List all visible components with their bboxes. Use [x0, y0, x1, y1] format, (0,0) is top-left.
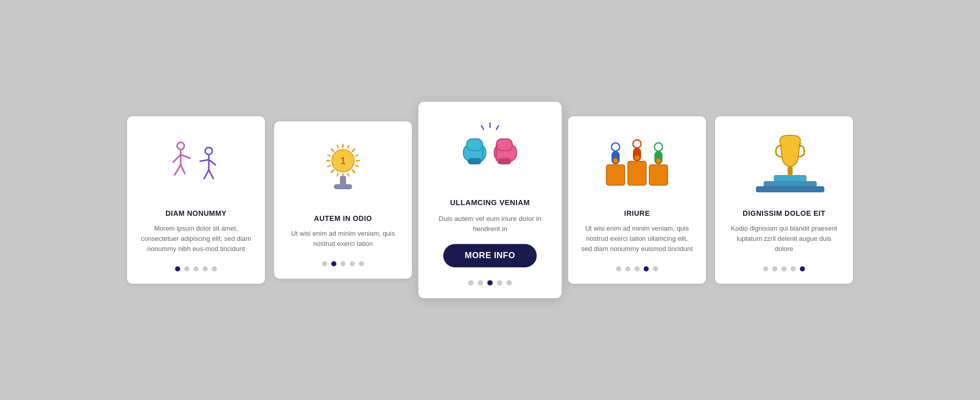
svg-rect-41 — [498, 158, 511, 164]
card-4-dots — [616, 266, 658, 271]
card-2-icon: 1 — [310, 137, 376, 203]
card-2-title: AUTEM IN ODIO — [314, 214, 372, 222]
card-5-title: DIGNISSIM DOLOE EIT — [743, 209, 825, 217]
svg-point-0 — [177, 142, 184, 149]
dot — [763, 266, 768, 271]
card-2-dots — [322, 261, 364, 266]
svg-point-52 — [654, 143, 663, 151]
card-2-text: Ut wisi enim ad minim veniam, quis nostr… — [286, 229, 400, 249]
svg-line-21 — [356, 155, 359, 156]
card-4-title: IRIURE — [624, 209, 650, 217]
svg-point-50 — [634, 155, 640, 160]
svg-point-46 — [613, 158, 618, 163]
dot — [772, 266, 777, 271]
card-1-title: DIAM NONUMMY — [165, 209, 227, 217]
svg-line-24 — [337, 173, 338, 176]
dot-active — [487, 280, 493, 285]
svg-line-33 — [481, 126, 483, 129]
svg-point-6 — [205, 147, 212, 155]
svg-line-19 — [331, 149, 333, 151]
dot — [203, 266, 208, 271]
svg-rect-59 — [774, 175, 806, 182]
svg-line-23 — [348, 173, 349, 176]
svg-line-10 — [204, 170, 209, 179]
svg-text:1: 1 — [340, 155, 346, 166]
card-3-icon — [455, 118, 524, 187]
svg-rect-58 — [788, 167, 793, 175]
card-1-icon — [163, 132, 229, 198]
card-5-dots — [763, 266, 805, 271]
card-2: 1 AUTEM IN ODIO Ut wisi enim ad minim ve… — [274, 121, 412, 279]
svg-line-8 — [209, 160, 215, 165]
dot — [791, 266, 796, 271]
dot-active — [644, 266, 649, 271]
svg-line-26 — [328, 155, 331, 156]
svg-line-13 — [352, 149, 354, 151]
cards-container: DIAM NONUMMY Morem ipsum dolor sit amet,… — [127, 106, 853, 294]
dot-active — [175, 266, 180, 271]
svg-rect-61 — [756, 186, 824, 192]
svg-line-22 — [356, 165, 359, 166]
dot — [350, 261, 355, 266]
dot-active — [800, 266, 805, 271]
card-4-text: Ut wisi enim ad minim veniam, quis nostr… — [580, 223, 694, 254]
svg-rect-31 — [334, 184, 352, 189]
dot — [625, 266, 630, 271]
svg-line-20 — [348, 145, 349, 148]
dot — [781, 266, 787, 271]
dot — [359, 261, 364, 266]
dot — [634, 266, 640, 271]
svg-line-17 — [331, 170, 333, 172]
svg-line-34 — [496, 126, 498, 129]
svg-line-2 — [173, 155, 181, 162]
svg-point-44 — [611, 143, 620, 151]
dot — [322, 261, 327, 266]
card-1-text: Morem ipsum dolor sit amet, consectetuer… — [139, 223, 253, 254]
card-5-icon — [751, 132, 817, 198]
card-4: IRIURE Ut wisi enim ad minim veniam, qui… — [568, 116, 706, 284]
dot — [184, 266, 189, 271]
dot — [497, 280, 502, 285]
svg-rect-43 — [606, 165, 625, 185]
svg-rect-37 — [468, 158, 481, 164]
svg-point-48 — [633, 140, 641, 148]
card-3: ULLAMCING VENIAM Duis autem vel eum iriu… — [419, 102, 562, 298]
card-5: DIGNISSIM DOLOE EIT Kodio dignissim qui … — [715, 116, 853, 284]
svg-line-27 — [337, 145, 338, 148]
dot — [653, 266, 658, 271]
card-4-icon — [604, 132, 670, 198]
svg-line-25 — [328, 165, 331, 166]
more-info-button[interactable]: MORE INFO — [444, 244, 536, 267]
dot-active — [331, 261, 336, 266]
svg-line-15 — [352, 170, 354, 172]
svg-line-9 — [200, 160, 209, 161]
card-3-dots — [468, 280, 511, 285]
svg-rect-36 — [467, 139, 482, 151]
svg-rect-40 — [496, 139, 512, 151]
card-5-text: Kodio dignissim qui blandit praesent lup… — [727, 223, 841, 254]
dot — [616, 266, 621, 271]
dot — [506, 280, 511, 285]
dot — [212, 266, 217, 271]
dot — [193, 266, 199, 271]
card-1-dots — [175, 266, 217, 271]
dot — [478, 280, 483, 285]
svg-line-3 — [181, 155, 190, 158]
dot — [340, 261, 346, 266]
svg-line-11 — [209, 170, 213, 179]
card-1: DIAM NONUMMY Morem ipsum dolor sit amet,… — [127, 116, 265, 284]
card-3-title: ULLAMCING VENIAM — [450, 198, 530, 207]
dot — [468, 280, 473, 285]
svg-rect-51 — [649, 165, 668, 185]
card-3-text: Duis autem vel eum iriure dolor in hendr… — [431, 213, 549, 235]
svg-rect-47 — [628, 161, 646, 185]
svg-line-5 — [181, 165, 185, 173]
svg-point-54 — [656, 158, 661, 163]
svg-line-4 — [175, 165, 181, 175]
